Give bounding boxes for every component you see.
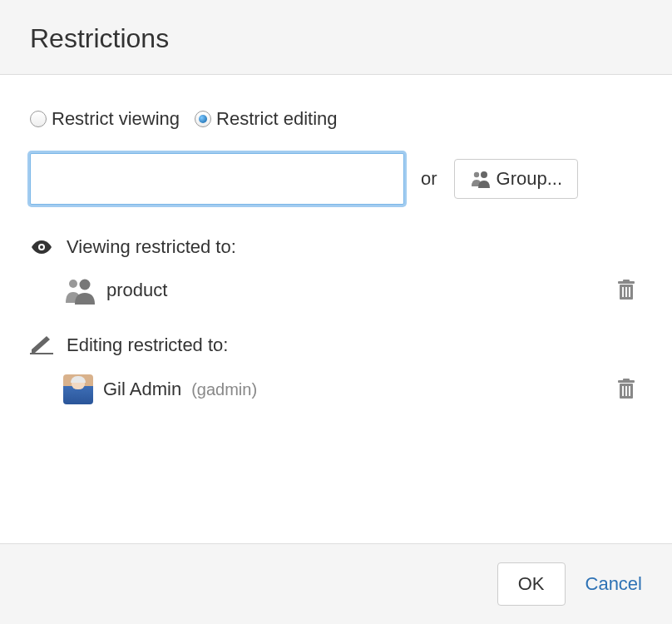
remove-viewing-entry-button[interactable]	[617, 280, 635, 301]
viewing-entry: product	[63, 276, 167, 305]
viewing-section-header: Viewing restricted to:	[30, 236, 642, 258]
editing-entry-row: Gil Admin (gadmin)	[30, 374, 642, 404]
editing-entry-username: (gadmin)	[191, 380, 257, 399]
user-avatar-icon	[63, 374, 93, 404]
user-search-input[interactable]	[30, 153, 404, 205]
user-search-row: or Group...	[30, 153, 642, 205]
group-picker-button[interactable]: Group...	[454, 159, 578, 199]
svg-rect-16	[622, 386, 624, 396]
svg-point-5	[80, 280, 91, 290]
restriction-type-radios: Restrict viewing Restrict editing	[30, 108, 642, 130]
svg-rect-8	[623, 280, 630, 282]
viewing-entry-name: product	[106, 280, 167, 301]
svg-point-4	[69, 280, 77, 288]
remove-editing-entry-button[interactable]	[617, 379, 635, 400]
restrict-viewing-label: Restrict viewing	[52, 108, 180, 130]
group-icon	[470, 170, 492, 188]
editing-entry: Gil Admin (gadmin)	[63, 374, 257, 404]
group-button-label: Group...	[497, 168, 562, 190]
dialog-content: Restrict viewing Restrict editing or Gro…	[0, 75, 672, 543]
radio-icon	[30, 111, 47, 127]
svg-point-0	[473, 172, 478, 177]
ok-button[interactable]: OK	[497, 562, 566, 606]
editing-entry-name: Gil Admin	[103, 379, 181, 400]
editing-section-header: Editing restricted to:	[30, 334, 642, 356]
eye-icon	[30, 239, 53, 255]
cancel-link[interactable]: Cancel	[586, 573, 642, 595]
svg-rect-9	[622, 287, 624, 297]
restrict-viewing-radio[interactable]: Restrict viewing	[30, 108, 180, 130]
svg-rect-11	[629, 287, 630, 297]
dialog-title: Restrictions	[30, 23, 642, 54]
svg-rect-18	[629, 386, 630, 396]
svg-rect-12	[30, 353, 53, 354]
svg-point-1	[481, 171, 487, 178]
svg-rect-15	[623, 379, 630, 381]
restrict-editing-radio[interactable]: Restrict editing	[195, 108, 338, 130]
pencil-icon	[30, 336, 53, 354]
dialog-header: Restrictions	[0, 0, 672, 75]
editing-section-label: Editing restricted to:	[67, 334, 228, 356]
restrict-editing-label: Restrict editing	[216, 108, 338, 130]
dialog-footer: OK Cancel	[0, 543, 672, 624]
svg-point-3	[40, 245, 43, 249]
viewing-entry-row: product	[30, 276, 642, 305]
or-label: or	[421, 168, 437, 190]
viewing-section-label: Viewing restricted to:	[67, 236, 236, 258]
radio-icon	[195, 111, 211, 127]
svg-rect-17	[625, 386, 627, 396]
group-icon	[63, 276, 96, 305]
svg-rect-10	[625, 287, 627, 297]
